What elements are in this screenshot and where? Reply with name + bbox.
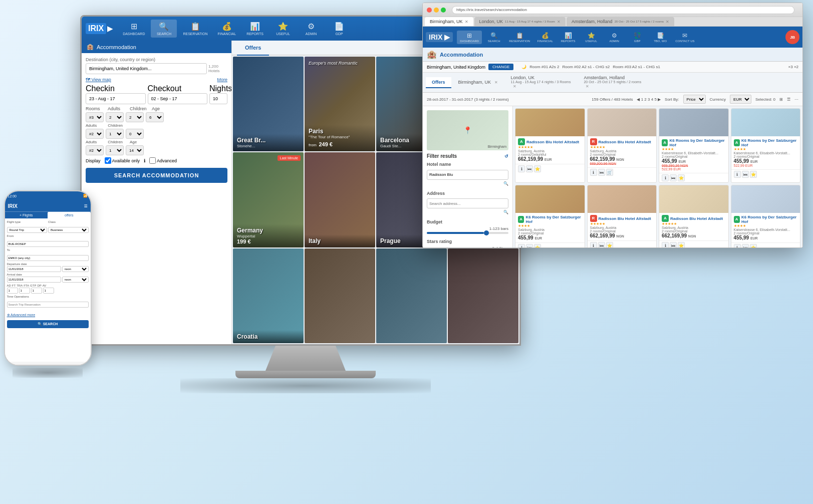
browser-tab-london-close[interactable]: ✕	[557, 20, 561, 24]
travel-card-germany[interactable]: Last Minute Germany Wuppertal 199 €	[233, 152, 304, 247]
select-room2-adults[interactable]: #2	[86, 129, 104, 139]
select-rooms[interactable]: #3	[86, 112, 104, 122]
hotel-cart-btn-2[interactable]: 🛒	[606, 169, 613, 176]
sort-select[interactable]: Price	[683, 95, 706, 104]
select-room3-children[interactable]: 1	[106, 145, 124, 155]
desktop-nav-search[interactable]: 🔍 SEARCH	[151, 20, 177, 38]
more-options-icon[interactable]: ⋯	[794, 97, 798, 102]
offers-tab[interactable]: Offers	[237, 41, 269, 56]
accom-change-btn[interactable]: CHANGE	[488, 64, 513, 70]
filter-input-name[interactable]	[427, 170, 508, 180]
irix-tab-london-inner[interactable]: London, UK 11 Aug - 15 Aug 17 4 nights /…	[505, 73, 577, 92]
hotel-bed-btn-7[interactable]: 🛏	[670, 242, 677, 247]
select-age-1[interactable]: 6	[146, 112, 164, 122]
hotel-card-4[interactable]: A K6 Rooms by Der Salzburger Hof ★★★★ Ka…	[731, 108, 801, 183]
irix-nav-contact[interactable]: ✉ CONTACT US	[672, 31, 697, 44]
filter-input-address[interactable]	[427, 198, 508, 208]
grid-view-icon[interactable]: ⊞	[779, 97, 783, 102]
hotel-bed-btn-6[interactable]: 🛏	[598, 242, 605, 247]
available-only-checkbox[interactable]	[105, 157, 111, 164]
irix-nav-tbowo[interactable]: 📑 TBO, WO	[649, 31, 671, 44]
list-view-icon[interactable]: ☰	[787, 97, 790, 102]
hotel-star-btn-1[interactable]: ⭐	[534, 165, 541, 172]
select-room3-adults[interactable]: #2	[86, 145, 104, 155]
travel-card-extra1[interactable]	[305, 248, 375, 343]
hotel-star-btn-6[interactable]: ⭐	[606, 242, 613, 247]
desktop-nav-gdp[interactable]: 📄 GDP	[326, 20, 352, 38]
irix-nav-search[interactable]: 🔍 SEARCH	[483, 31, 505, 44]
hotel-bed-btn-8[interactable]: 🛏	[742, 244, 749, 247]
select-children-1[interactable]: 2	[126, 112, 144, 122]
hotel-card-1[interactable]: A Radisson Blu Hotel Altstadt ★★★★★ Salz…	[515, 108, 585, 183]
phone-tab-offers[interactable]: offers	[48, 212, 91, 218]
irix-nav-useful[interactable]: ⭐ USEFUL	[580, 31, 602, 44]
filter-budget-handle[interactable]	[484, 230, 489, 235]
irix-nav-dashboard[interactable]: ⊞ DASHBOARD	[457, 31, 482, 44]
hotel-card-8[interactable]: A K6 Rooms by Der Salzburger Hof ★★★★ Ka…	[731, 185, 801, 247]
hotel-card-3[interactable]: A K6 Rooms by Der Salzburger Hof ★★★★ Ka…	[659, 108, 729, 183]
left-input-checkout[interactable]	[148, 93, 208, 104]
hotel-info-btn-8[interactable]: ℹ	[734, 244, 741, 247]
select-room2-children[interactable]: 1	[106, 129, 124, 139]
hotel-bed-btn-3[interactable]: 🛏	[670, 174, 677, 181]
phone-search-btn[interactable]: 🔍 SEARCH	[7, 320, 89, 328]
phone-input-departure[interactable]	[7, 266, 61, 272]
desktop-nav-useful[interactable]: ⭐ USEFUL	[270, 20, 296, 38]
phone-select-flight-type[interactable]: Round Trip	[7, 227, 48, 233]
phone-tab-flights[interactable]: + Flights	[5, 212, 48, 218]
select-adults-1[interactable]: 2	[106, 112, 124, 122]
travel-card-extra3[interactable]	[448, 248, 518, 343]
hotel-card-6[interactable]: R Radisson Blu Hotel Altstadt ★★★★★ Salz…	[587, 185, 657, 247]
hotel-star-btn-7[interactable]: ⭐	[678, 242, 685, 247]
browser-url-bar[interactable]: https://irix.travel/search/accommodation	[452, 6, 794, 14]
hotel-card-5[interactable]: A K6 Rooms by Der Salzburger Hof ★★★★ Sa…	[515, 185, 585, 247]
hotel-info-btn-6[interactable]: ℹ	[590, 242, 597, 247]
phone-input-from[interactable]	[7, 241, 89, 247]
desktop-nav-reports[interactable]: 📊 REPORTS	[242, 20, 268, 38]
irix-nav-admin[interactable]: ⚙ ADMIN	[603, 31, 625, 44]
hotel-info-btn-4[interactable]: ℹ	[734, 171, 741, 178]
desktop-nav-admin[interactable]: ⚙ ADMIN	[298, 20, 324, 38]
travel-card-croatia[interactable]: Croatia	[233, 248, 304, 343]
irix-nav-financial[interactable]: 💰 FINANCIAL	[534, 31, 556, 44]
irix-nav-gbp[interactable]: 💱 GBP	[626, 31, 648, 44]
irix-tab-birmingham-close[interactable]: ✕	[494, 80, 498, 85]
irix-user-avatar[interactable]: JB	[785, 30, 799, 44]
advanced-checkbox[interactable]	[149, 157, 156, 164]
hotel-info-btn-3[interactable]: ℹ	[662, 174, 669, 181]
phone-input-to[interactable]	[7, 255, 89, 261]
left-input-destination[interactable]	[86, 63, 207, 74]
browser-maximize-dot[interactable]	[441, 8, 446, 13]
browser-tab-amsterdam[interactable]: Amsterdam, Holland 20 Oct - 25 Oct 17 5 …	[567, 17, 674, 26]
phone-input-pax1[interactable]	[7, 288, 18, 294]
browser-close-dot[interactable]	[427, 8, 432, 13]
hotel-info-btn-7[interactable]: ℹ	[662, 242, 669, 247]
hotel-info-btn-2[interactable]: ℹ	[590, 169, 597, 176]
hotel-card-2[interactable]: R Radisson Blu Hotel Altstadt ★★★★★ Salz…	[587, 108, 657, 183]
irix-tab-london-inner-close[interactable]: ✕	[513, 84, 516, 89]
hotel-star-btn-5[interactable]: ⭐	[534, 244, 541, 247]
phone-input-pax2[interactable]	[19, 288, 30, 294]
irix-tab-offers[interactable]: Offers	[426, 77, 451, 88]
desktop-nav-financial[interactable]: 💰 FINANCIAL	[213, 20, 240, 38]
currency-select[interactable]: EUR	[730, 95, 751, 104]
select-room2-age[interactable]: 0	[126, 129, 144, 139]
left-input-checkin[interactable]	[86, 93, 146, 104]
irix-tab-birmingham[interactable]: Birmingham, UK ✕	[452, 77, 504, 88]
phone-input-arrival[interactable]	[7, 277, 61, 283]
phone-input-trip-ops[interactable]	[7, 302, 89, 308]
filter-budget-slider[interactable]	[427, 232, 508, 234]
desktop-search-btn[interactable]: SEARCH ACCOMMODATION	[86, 168, 227, 183]
left-input-nights[interactable]	[209, 93, 227, 104]
travel-card-paris[interactable]: Europe's most Romantic Paris "The Tour o…	[305, 57, 375, 151]
irix-tab-amsterdam-inner[interactable]: Amsterdam, Holland 20 Oct - 25 Oct 17 5 …	[578, 73, 647, 92]
more-options-link[interactable]: More	[217, 77, 227, 82]
phone-input-pax3[interactable]	[31, 288, 42, 294]
browser-minimize-dot[interactable]	[434, 8, 439, 13]
hotel-info-btn-5[interactable]: ℹ	[518, 244, 525, 247]
phone-input-pax4[interactable]	[43, 288, 54, 294]
hotel-card-7[interactable]: A Radisson Blu Hotel Altstadt ★★★★★ Salz…	[659, 185, 729, 247]
hotel-bed-btn-5[interactable]: 🛏	[526, 244, 533, 247]
phone-select-arrival-time[interactable]: noon	[62, 277, 89, 283]
irix-nav-reports[interactable]: 📊 REPORTS	[557, 31, 579, 44]
